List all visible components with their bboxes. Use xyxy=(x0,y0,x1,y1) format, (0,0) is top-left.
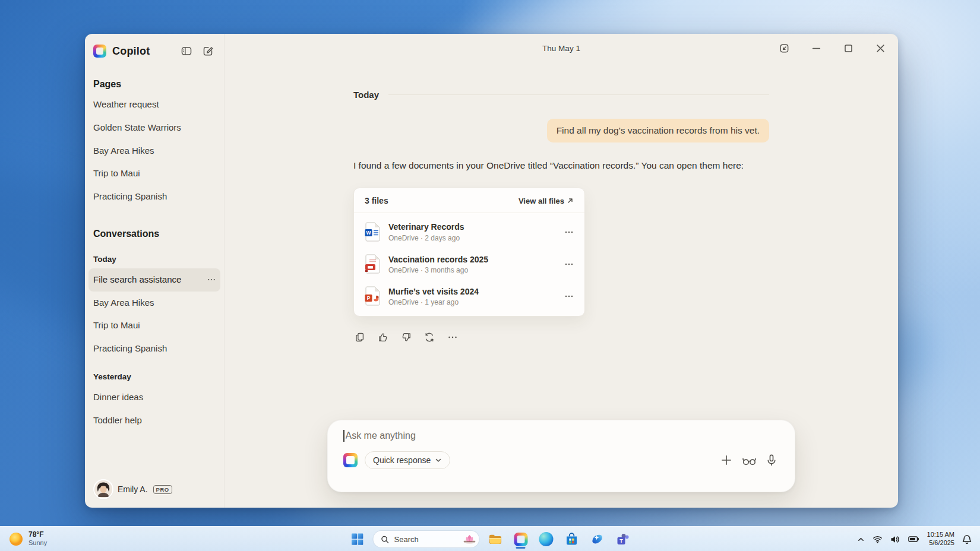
response-mode-label: Quick response xyxy=(373,455,431,465)
pdf-file-icon xyxy=(365,254,381,274)
card-divider xyxy=(354,213,584,213)
battery-icon[interactable] xyxy=(908,535,919,543)
profile-name: Emily A. xyxy=(118,484,148,494)
weather-temp: 78°F xyxy=(29,531,47,539)
today-group-label: Today xyxy=(93,252,216,266)
tray-chevron-up-icon[interactable] xyxy=(857,536,865,543)
composer: Quick response xyxy=(327,420,795,492)
file-meta: OneDrive · 2 days ago xyxy=(388,234,557,242)
conversation-trip-to-maui[interactable]: Trip to Maui xyxy=(88,314,220,337)
file-more-icon[interactable] xyxy=(564,227,574,237)
external-arrow-icon xyxy=(567,197,574,204)
teams-icon[interactable]: T xyxy=(613,529,633,549)
powerpoint-file-icon: P xyxy=(365,286,381,306)
pro-badge: PRO xyxy=(153,485,172,494)
view-all-files-link[interactable]: View all files xyxy=(519,197,574,205)
file-explorer-icon[interactable] xyxy=(485,529,505,549)
weather-condition: Sunny xyxy=(29,539,47,547)
date-divider: Today xyxy=(353,90,769,100)
microsoft-365-copilot-icon[interactable] xyxy=(587,529,608,549)
taskbar-weather-widget[interactable]: 78°F Sunny xyxy=(0,531,55,546)
word-file-icon: W xyxy=(365,222,381,242)
copilot-taskbar-icon[interactable] xyxy=(511,529,531,549)
wifi-icon[interactable] xyxy=(872,535,883,544)
thumbs-down-icon[interactable] xyxy=(400,331,413,344)
file-meta: OneDrive · 3 months ago xyxy=(388,266,557,274)
desktop: Copilot Pages Weather request Golden Sta… xyxy=(0,0,980,551)
mini-view-button[interactable] xyxy=(778,42,790,54)
sidebar-item-practicing-spanish[interactable]: Practicing Spanish xyxy=(88,185,220,208)
chat-thread: Today Find all my dog's vaccination reco… xyxy=(353,62,769,344)
start-button[interactable] xyxy=(347,529,368,549)
profile-button[interactable]: Emily A. PRO xyxy=(93,477,216,499)
thumbs-up-icon[interactable] xyxy=(377,331,390,344)
taskbar-search-box[interactable]: Search xyxy=(373,530,480,548)
date-divider-label: Today xyxy=(353,90,379,100)
conversation-dinner-ideas[interactable]: Dinner ideas xyxy=(88,386,220,409)
search-label: Search xyxy=(394,535,457,544)
main-area: Thu May 1 xyxy=(225,34,898,508)
minimize-button[interactable] xyxy=(810,42,822,54)
file-count-label: 3 files xyxy=(365,196,388,205)
sidebar-item-golden-state-warriors[interactable]: Golden State Warriors xyxy=(88,116,220,140)
file-row-murfies-vet-visits[interactable]: P Murfie’s vet visits 2024 OneDrive · 1 … xyxy=(354,280,584,312)
notification-bell-icon[interactable] xyxy=(962,534,972,544)
window-title: Thu May 1 xyxy=(542,44,580,53)
response-mode-dropdown[interactable]: Quick response xyxy=(365,451,450,469)
close-button[interactable] xyxy=(874,42,886,54)
pages-heading: Pages xyxy=(93,79,216,90)
copilot-logo-icon xyxy=(514,533,527,546)
microsoft-store-icon[interactable] xyxy=(562,529,582,549)
search-icon xyxy=(381,535,390,544)
text-cursor xyxy=(343,430,344,442)
sidebar-item-weather-request[interactable]: Weather request xyxy=(88,93,220,116)
sidebar-item-bay-area-hikes[interactable]: Bay Area Hikes xyxy=(88,140,220,163)
file-name: Veterinary Records xyxy=(388,221,557,232)
edge-browser-icon[interactable] xyxy=(536,529,557,549)
conversation-bay-area-hikes[interactable]: Bay Area Hikes xyxy=(88,292,220,315)
file-more-icon[interactable] xyxy=(564,259,574,269)
copilot-logo-icon xyxy=(93,45,106,58)
copilot-app-window: Copilot Pages Weather request Golden Sta… xyxy=(85,34,898,508)
regenerate-icon[interactable] xyxy=(423,331,436,344)
file-more-icon[interactable] xyxy=(564,292,574,301)
conversation-toddler-help[interactable]: Toddler help xyxy=(88,409,220,432)
active-app-indicator xyxy=(516,547,526,549)
tray-clock[interactable]: 10:15 AM 5/6/2025 xyxy=(927,531,954,547)
file-row-veterinary-records[interactable]: W Veterinary Records OneDrive · 2 days a… xyxy=(354,216,584,248)
volume-icon[interactable] xyxy=(890,535,900,544)
copilot-vision-glasses-button[interactable] xyxy=(741,452,757,468)
avatar xyxy=(94,480,112,498)
conversations-heading: Conversations xyxy=(93,229,216,239)
conversation-practicing-spanish[interactable]: Practicing Spanish xyxy=(88,337,220,360)
tray-time: 10:15 AM xyxy=(927,531,954,539)
sun-icon xyxy=(8,531,24,547)
conversation-file-search-assistance[interactable]: File search assistance xyxy=(88,268,220,292)
chevron-down-icon xyxy=(435,457,442,464)
file-row-vaccination-records[interactable]: Vaccination records 2025 OneDrive · 3 mo… xyxy=(354,248,584,280)
attach-plus-button[interactable] xyxy=(719,452,734,468)
chat-input[interactable] xyxy=(346,430,780,441)
more-options-icon[interactable] xyxy=(446,331,459,344)
maximize-button[interactable] xyxy=(842,42,854,54)
conversation-label: File search assistance xyxy=(93,274,181,286)
conversation-more-icon[interactable] xyxy=(207,276,216,284)
windows-logo-icon xyxy=(351,533,364,546)
file-meta: OneDrive · 1 year ago xyxy=(388,298,557,306)
user-message-bubble: Find all my dog's vaccination records fr… xyxy=(547,119,769,142)
copilot-logo-icon xyxy=(343,453,358,467)
file-name: Vaccination records 2025 xyxy=(388,254,557,265)
file-results-card: 3 files View all files W xyxy=(353,188,585,316)
sidebar-item-trip-to-maui[interactable]: Trip to Maui xyxy=(88,162,220,185)
search-highlight-lotus-icon xyxy=(461,533,477,545)
svg-text:T: T xyxy=(619,538,623,544)
message-actions xyxy=(353,331,769,344)
tray-date: 5/6/2025 xyxy=(927,539,954,547)
assistant-message: I found a few documents in your OneDrive… xyxy=(353,159,769,172)
file-name: Murfie’s vet visits 2024 xyxy=(388,286,557,297)
toggle-sidebar-button[interactable] xyxy=(179,43,194,59)
copy-icon[interactable] xyxy=(353,331,366,344)
microphone-button[interactable] xyxy=(764,452,779,468)
new-chat-button[interactable] xyxy=(200,43,216,59)
app-name: Copilot xyxy=(112,45,150,58)
